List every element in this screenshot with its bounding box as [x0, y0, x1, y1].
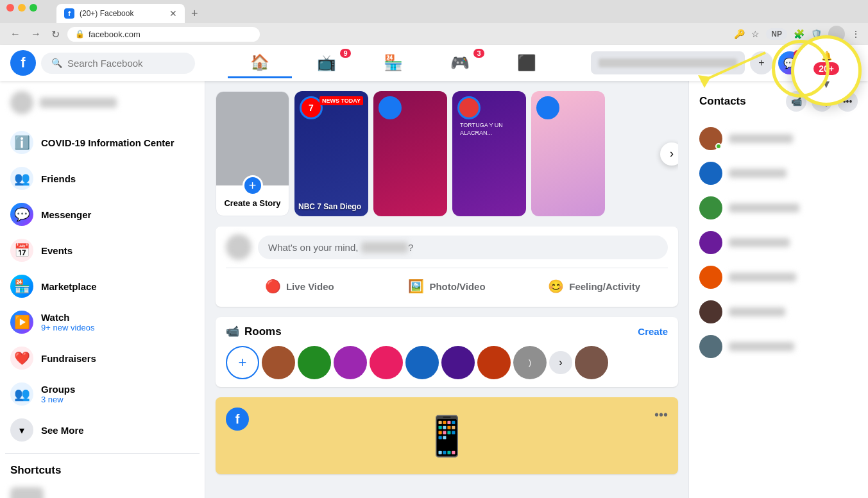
- contact-item-1[interactable]: [694, 122, 863, 155]
- room-avatar-1[interactable]: [262, 346, 295, 379]
- contact-avatar-3: [699, 196, 722, 219]
- contact-item-5[interactable]: [694, 261, 863, 294]
- key-icon[interactable]: 🔑: [734, 29, 745, 39]
- watch-text: Watch 9+ new videos: [41, 312, 194, 332]
- contact-item-3[interactable]: [694, 191, 863, 225]
- messenger-sidebar-icon: 💬: [10, 203, 33, 226]
- room-avatar-5[interactable]: [405, 346, 439, 379]
- contact-item-4[interactable]: [694, 226, 863, 259]
- story-card-5[interactable]: [531, 91, 605, 216]
- sidebar-item-watch[interactable]: ▶️ Watch 9+ new videos: [5, 304, 200, 340]
- room-avatar-9[interactable]: [575, 346, 608, 379]
- watch-badge: 9: [340, 49, 350, 58]
- back-button[interactable]: ←: [8, 27, 23, 41]
- sidebar-item-messenger[interactable]: 💬 Messenger: [5, 196, 200, 232]
- promo-more-button[interactable]: •••: [654, 408, 668, 422]
- menu-button[interactable]: ▼: [835, 51, 858, 74]
- contact-item-7[interactable]: [694, 330, 863, 363]
- close-window-btn[interactable]: [6, 4, 14, 12]
- room-avatar-4[interactable]: [370, 346, 403, 379]
- minimize-window-btn[interactable]: [18, 4, 26, 12]
- new-tab-button[interactable]: +: [186, 4, 203, 23]
- story-name-nbc: NBC 7 San Diego: [298, 202, 364, 211]
- nav-home[interactable]: 🏠: [228, 47, 292, 78]
- covid-label: COVID-19 Information Center: [41, 137, 194, 148]
- create-story-image: +: [216, 92, 289, 185]
- contact-item-2[interactable]: [694, 157, 863, 190]
- bookmark-icon[interactable]: ☆: [751, 29, 760, 39]
- search-input[interactable]: [67, 58, 185, 69]
- nav-pages[interactable]: ⬛: [495, 47, 559, 78]
- tab-close-button[interactable]: ✕: [169, 8, 177, 19]
- messenger-label: Messenger: [41, 209, 91, 220]
- stories-next-button[interactable]: ›: [660, 142, 678, 166]
- settings-icon[interactable]: ⋮: [851, 29, 860, 39]
- add-button[interactable]: +: [750, 51, 773, 74]
- story-card-3[interactable]: [373, 91, 447, 216]
- story-card-nbc[interactable]: 7 NBC 7 San Diego NEWS TODAY: [294, 91, 368, 216]
- rooms-create-button[interactable]: Create: [638, 326, 668, 337]
- photo-video-button[interactable]: 🖼️ Photo/Video: [373, 273, 521, 299]
- sidebar-user-avatar: [10, 91, 33, 114]
- messenger-button[interactable]: 💬 1: [778, 51, 801, 74]
- profile-circle[interactable]: [828, 26, 845, 42]
- room-avatar-8[interactable]: ): [513, 346, 547, 379]
- nav-groups[interactable]: 🎮 3: [428, 47, 492, 78]
- contact-name-5: [729, 273, 796, 282]
- search-icon: 🔍: [51, 58, 62, 68]
- post-input-field[interactable]: What's on your mind, ?: [258, 236, 668, 259]
- live-video-button[interactable]: 🔴 Live Video: [226, 273, 373, 299]
- shortcut-item-1[interactable]: [5, 482, 200, 498]
- room-avatar-3[interactable]: [334, 346, 367, 379]
- header-right-controls: + 💬 1 🔔 20+ ▼: [750, 51, 858, 74]
- sidebar-item-groups[interactable]: 👥 Groups 3 new: [5, 376, 200, 412]
- room-avatar-7[interactable]: [477, 346, 511, 379]
- sidebar-item-fundraisers[interactable]: ❤️ Fundraisers: [5, 340, 200, 376]
- watch-label: Watch: [41, 312, 194, 323]
- contact-name-4: [729, 238, 790, 247]
- sidebar-item-marketplace[interactable]: 🏪 Marketplace: [5, 268, 200, 304]
- nav-marketplace[interactable]: 🏪: [361, 47, 425, 78]
- messenger-icon: 💬: [783, 57, 796, 69]
- sidebar-item-friends[interactable]: 👥 Friends: [5, 160, 200, 196]
- create-room-button[interactable]: +: [226, 346, 259, 379]
- facebook-header: f 🔍 🏠 📺 9 🏪 🎮 3 ⬛ + 💬 1: [0, 45, 868, 81]
- rooms-next-button[interactable]: ›: [549, 351, 572, 374]
- np-profile-icon[interactable]: NP: [766, 28, 787, 40]
- friends-label: Friends: [41, 173, 76, 184]
- watch-sublabel: 9+ new videos: [41, 323, 194, 332]
- contacts-video-icon[interactable]: 📹: [786, 91, 806, 112]
- contact-name-7: [729, 342, 794, 351]
- search-bar[interactable]: 🔍: [41, 53, 195, 74]
- forward-button[interactable]: →: [28, 27, 44, 41]
- extension-icon2[interactable]: 🛡️: [811, 29, 822, 39]
- browser-tab-facebook[interactable]: f (20+) Facebook ✕: [56, 4, 185, 23]
- see-more-button[interactable]: ▾ See More: [5, 412, 200, 448]
- feeling-activity-button[interactable]: 😊 Feeling/Activity: [520, 273, 668, 299]
- events-icon: 📅: [10, 239, 33, 262]
- sidebar-covid-text: COVID-19 Information Center: [41, 137, 194, 148]
- rooms-section: 📹 Rooms Create + ) ›: [216, 317, 678, 387]
- nav-watch[interactable]: 📺 9: [294, 47, 359, 78]
- contact-item-6[interactable]: [694, 295, 863, 329]
- username-blurred: [361, 242, 408, 253]
- sidebar-item-events[interactable]: 📅 Events: [5, 232, 200, 268]
- fb-logo[interactable]: f: [10, 50, 36, 76]
- create-story-card[interactable]: + Create a Story: [216, 91, 289, 216]
- rooms-avatars-row: + ) ›: [226, 346, 668, 379]
- promo-illustration: 📱: [216, 413, 678, 459]
- address-bar[interactable]: 🔒 facebook.com: [67, 27, 260, 42]
- contacts-search-icon[interactable]: 🔍: [812, 91, 832, 112]
- sidebar-item-covid[interactable]: ℹ️ COVID-19 Information Center: [5, 125, 200, 160]
- notifications-button[interactable]: 🔔 20+: [806, 51, 830, 74]
- sidebar-user-profile[interactable]: [5, 86, 200, 119]
- extension-icon1[interactable]: 🧩: [794, 29, 804, 39]
- room-avatar-2[interactable]: [298, 346, 331, 379]
- story-card-4[interactable]: TORTUGA Y UN ALACRAN...: [452, 91, 526, 216]
- groups-text: Groups 3 new: [41, 384, 194, 404]
- refresh-button[interactable]: ↻: [49, 27, 62, 42]
- contacts-more-icon[interactable]: •••: [837, 91, 858, 112]
- maximize-window-btn[interactable]: [30, 4, 37, 12]
- user-name-blurred: [599, 58, 737, 67]
- room-avatar-6[interactable]: [441, 346, 475, 379]
